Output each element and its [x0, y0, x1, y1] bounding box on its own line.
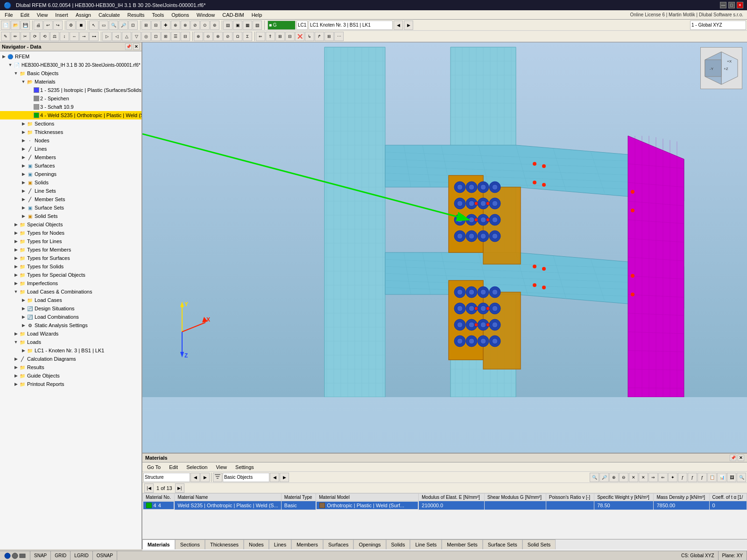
tb-g5[interactable]: Ω [233, 32, 242, 41]
tab-lines[interactable]: Lines [269, 539, 291, 550]
tb-fit[interactable]: ⊡ [128, 21, 138, 30]
tree-types-surfaces[interactable]: ▶ 📁 Types for Surfaces [0, 254, 141, 262]
tree-thicknesses[interactable]: ▶ 📁 Thicknesses [0, 128, 141, 136]
tb-zoom-in[interactable]: 🔍 [109, 21, 118, 30]
tb-v9[interactable]: ⊟ [181, 32, 190, 41]
open-toggle[interactable]: ▶ [21, 171, 26, 177]
tb-r6[interactable]: ⚖ [50, 32, 59, 41]
tb-b8[interactable]: ⊚ [210, 21, 219, 30]
loads-toggle[interactable]: ▼ [13, 339, 19, 345]
tb-v5[interactable]: ◎ [141, 32, 151, 41]
tb-h3[interactable]: ⊞ [275, 32, 285, 41]
tree-mat-3[interactable]: ▶ 3 - Schaft 10.9 [0, 103, 141, 111]
structure-dropdown[interactable]: Structure [143, 473, 190, 482]
close-btn[interactable]: ✕ [737, 2, 743, 8]
tree-calc-diagrams[interactable]: ▶ ╱ Calculation Diagrams [0, 355, 141, 363]
menu-window[interactable]: Window [193, 11, 218, 19]
tree-special-objects[interactable]: ▶ 📁 Special Objects [0, 220, 141, 229]
solid-toggle[interactable]: ▶ [21, 180, 26, 185]
tb-undo[interactable]: ↩ [43, 21, 53, 30]
tree-members[interactable]: ▶ ╱ Members [0, 153, 141, 161]
tb-r10[interactable]: ⊶ [89, 32, 99, 41]
tree-line-sets[interactable]: ▶ ╱ Line Sets [0, 187, 141, 195]
tree-types-special[interactable]: ▶ 📁 Types for Special Objects [0, 271, 141, 279]
tb-g6[interactable]: Σ [243, 32, 252, 41]
tree-mat-2[interactable]: ▶ 2 - Speichen [0, 94, 141, 103]
tb-new[interactable]: 📄 [1, 21, 10, 30]
table-row-4[interactable]: 44 Weld S235 | Orthotropic | Plastic | W… [143, 501, 747, 510]
lcc-toggle[interactable]: ▼ [13, 289, 19, 294]
ds-toggle[interactable]: ▶ [21, 306, 26, 311]
tree-load-cases-comb[interactable]: ▼ 📁 Load Cases & Combinations [0, 287, 141, 296]
tree-materials[interactable]: ▼ 📂 Materials [0, 77, 141, 86]
bp-tb-next[interactable]: ▶ [200, 473, 210, 482]
tso-toggle[interactable]: ▶ [13, 264, 19, 269]
nav-last-btn[interactable]: ▶| [175, 483, 184, 493]
memb-toggle[interactable]: ▶ [21, 154, 26, 160]
tb-r7[interactable]: ↕ [60, 32, 69, 41]
menu-assign[interactable]: Assign [72, 11, 95, 19]
tree-surfaces[interactable]: ▶ ▣ Surfaces [0, 161, 141, 170]
menu-help[interactable]: Help [248, 11, 266, 19]
tree-printout[interactable]: ▶ 📁 Printout Reports [0, 380, 141, 388]
bp-menu-edit[interactable]: Edit [165, 464, 182, 470]
tab-surfaces[interactable]: Surfaces [323, 539, 353, 550]
mat-toggle[interactable]: ▼ [21, 79, 26, 84]
tree-project[interactable]: ▼ 📄 HEB300-HEB300_IH 3.1 B 30 20-SteelJo… [0, 61, 141, 69]
tb-v6[interactable]: ⊡ [151, 32, 161, 41]
project-toggle[interactable]: ▼ [7, 62, 13, 68]
tb-b9[interactable]: ▤ [223, 21, 233, 30]
tb-h2[interactable]: ⇑ [266, 32, 275, 41]
tree-types-lines[interactable]: ▶ 📁 Types for Lines [0, 237, 141, 245]
bp-tb-r3[interactable]: ⊕ [609, 473, 619, 482]
tree-sections[interactable]: ▶ 📁 Sections [0, 119, 141, 128]
bp-tb-r2[interactable]: 🔎 [599, 473, 609, 482]
tab-openings[interactable]: Openings [353, 539, 386, 550]
tb-b5[interactable]: ⊗ [181, 21, 190, 30]
tree-design-situations[interactable]: ▶ 🔄 Design Situations [0, 304, 141, 313]
tree-guide-objects[interactable]: ▶ 📁 Guide Objects [0, 371, 141, 380]
bp-tb-r15[interactable]: 🖼 [727, 473, 736, 482]
lines-toggle[interactable]: ▶ [21, 146, 26, 152]
bp-menu-selection[interactable]: Selection [183, 464, 211, 470]
tm-toggle[interactable]: ▶ [13, 247, 19, 252]
tb-h1[interactable]: ⇐ [256, 32, 265, 41]
tb-redo[interactable]: ↪ [53, 21, 63, 30]
tree-static-analysis[interactable]: ▶ ⚙ Static Analysis Settings [0, 321, 141, 329]
tree-surface-sets[interactable]: ▶ ▣ Surface Sets [0, 203, 141, 212]
bp-tb-r4[interactable]: ⊖ [619, 473, 628, 482]
thick-toggle[interactable]: ▶ [21, 129, 26, 135]
tree-lc1[interactable]: ▶ 📁 LC1 - Knoten Nr. 3 | BS1 | LK1 [0, 346, 141, 355]
bp-tb-prev2[interactable]: ◀ [270, 473, 279, 482]
tb-r5[interactable]: ⟲ [40, 32, 49, 41]
tree-solid-sets[interactable]: ▶ ▣ Solid Sets [0, 212, 141, 220]
status-osnap[interactable]: OSNAP [93, 551, 117, 560]
lw-toggle[interactable]: ▶ [13, 331, 19, 336]
tree-imperfections[interactable]: ▶ 📁 Imperfections [0, 279, 141, 287]
bp-tb-r10[interactable]: ƒ [678, 473, 687, 482]
tree-nodes[interactable]: ▶ · Nodes [0, 136, 141, 145]
bp-menu-goto[interactable]: Go To [143, 464, 164, 470]
tn-toggle[interactable]: ▶ [13, 230, 19, 236]
bp-tb-r8[interactable]: ⇐ [658, 473, 668, 482]
tb-h7[interactable]: ↱ [315, 32, 324, 41]
nav-cube[interactable]: -Y +Z +X [700, 47, 742, 89]
tab-nodes[interactable]: Nodes [244, 539, 269, 550]
tab-members[interactable]: Members [291, 539, 323, 550]
tb-select[interactable]: ▭ [99, 21, 108, 30]
bp-close-btn[interactable]: ✕ [738, 455, 744, 461]
bp-menu-settings[interactable]: Settings [232, 464, 258, 470]
tb-nav-prev[interactable]: ◀ [394, 21, 403, 30]
tab-member-sets[interactable]: Member Sets [442, 539, 482, 550]
tb-b4[interactable]: ⊕ [171, 21, 180, 30]
bp-tb-r7[interactable]: ⇒ [648, 473, 658, 482]
nav-first-btn[interactable]: |◀ [144, 483, 154, 493]
tree-results[interactable]: ▶ 📁 Results [0, 363, 141, 371]
nav-pin-btn[interactable]: 📌 [125, 43, 132, 50]
tb-v3[interactable]: △ [122, 32, 131, 41]
menu-tools[interactable]: Tools [148, 11, 168, 19]
tb-h4[interactable]: ⊟ [285, 32, 295, 41]
bp-tb-r16[interactable]: 🔍 [737, 473, 746, 482]
nodes-toggle[interactable]: ▶ [21, 138, 26, 143]
tree-loads[interactable]: ▼ 📁 Loads [0, 338, 141, 346]
